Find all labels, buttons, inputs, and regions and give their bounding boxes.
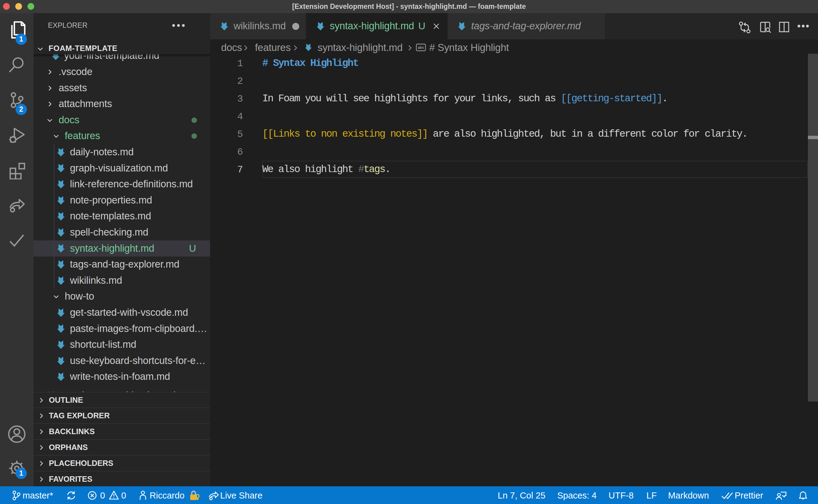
svg-text:abc: abc xyxy=(418,45,424,50)
